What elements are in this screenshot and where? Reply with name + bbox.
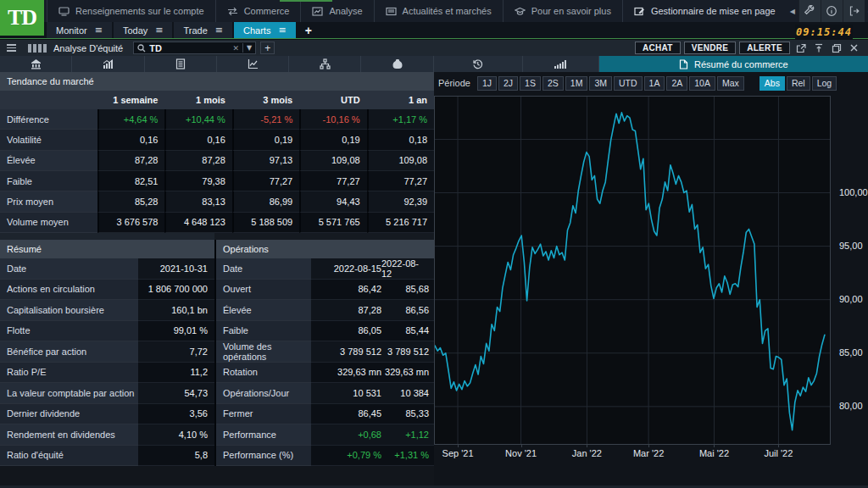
info-icon[interactable] xyxy=(821,0,843,22)
row-label: Date xyxy=(216,258,311,280)
dock-top-icon[interactable] xyxy=(811,42,826,54)
sell-button[interactable]: VENDRE xyxy=(684,42,736,54)
market-trend-table: Différence+4,64 %+10,44 %-5,21 %-10,16 %… xyxy=(0,109,434,233)
menu-item-learn[interactable]: Pour en savoir plus xyxy=(504,0,623,22)
scrollbar-thumb[interactable] xyxy=(0,233,214,240)
cell-value: 2022-08-12 xyxy=(381,258,434,280)
add-symbol-button[interactable]: + xyxy=(260,42,275,54)
restore-window-icon[interactable] xyxy=(829,42,843,54)
row-label: Bénéfice par action xyxy=(0,341,138,363)
table-row[interactable]: Prix moyen85,2883,1386,9994,4392,39 xyxy=(0,191,434,212)
logout-icon[interactable] xyxy=(843,0,865,22)
table-row[interactable]: Faible86,0585,44 xyxy=(216,321,434,342)
table-row[interactable]: Volatilité0,160,160,190,190,18 xyxy=(0,130,434,150)
price-chart[interactable] xyxy=(434,96,831,445)
tab-today[interactable]: Today≡ xyxy=(114,22,173,38)
period-button-1j[interactable]: 1J xyxy=(477,76,497,91)
table-row[interactable]: Fermer86,4585,33 xyxy=(216,404,434,425)
period-button-1s[interactable]: 1S xyxy=(520,76,541,91)
tab-menu-icon[interactable]: ≡ xyxy=(215,25,223,36)
layout-manager-button[interactable]: Gestionnaire de mise en page xyxy=(623,6,787,16)
market-trend-header: Tendance du marché xyxy=(0,72,434,91)
add-workspace-button[interactable]: + xyxy=(298,22,320,38)
table-row[interactable]: Bénéfice par action7,72 xyxy=(0,341,214,363)
period-toolbar: Période 1J2J1S2S1M3MUTD1A2A10AMax AbsRel… xyxy=(434,72,868,94)
tab-trade[interactable]: Trade≡ xyxy=(174,22,232,38)
scale-button-rel[interactable]: Rel xyxy=(787,76,810,91)
period-button-1a[interactable]: 1A xyxy=(644,76,665,91)
table-row[interactable]: Date2021-10-31 xyxy=(0,258,214,280)
menu-item-analyse[interactable]: Analyse xyxy=(301,0,374,22)
panel-menu-icon[interactable] xyxy=(7,44,16,52)
table-row[interactable]: Volume des opérations3 789 5123 789 512 xyxy=(216,341,434,363)
horizontal-scrollbar[interactable] xyxy=(0,233,434,240)
table-row[interactable]: Performance+0,68+1,12 xyxy=(216,424,434,446)
popout-icon[interactable] xyxy=(793,42,808,54)
tab-funds-icon[interactable] xyxy=(361,56,433,72)
table-row[interactable]: Performance (%)+0,79 %+1,31 % xyxy=(216,446,434,467)
table-row[interactable]: Élevée87,2886,56 xyxy=(216,300,434,321)
period-button-1m[interactable]: 1M xyxy=(565,76,588,91)
collapse-right-icon[interactable]: ◀ xyxy=(865,8,868,15)
table-row[interactable]: Capitalisation boursière160,1 bn xyxy=(0,300,214,321)
page-icon xyxy=(679,59,688,69)
cell-value: 82,51 xyxy=(97,171,164,191)
table-row[interactable]: Opérations/Jour10 53110 384 xyxy=(216,383,434,404)
table-row[interactable]: Rotation329,63 mn329,63 mn xyxy=(216,363,434,384)
period-button-10a[interactable]: 10A xyxy=(689,76,715,91)
table-row[interactable]: Ratio d'équité5,8 xyxy=(0,446,214,467)
row-label: Ratio P/E xyxy=(0,363,138,384)
table-row[interactable]: La valeur comptable par action54,73 xyxy=(0,383,214,404)
period-button-2a[interactable]: 2A xyxy=(666,76,687,91)
td-logo[interactable]: TD xyxy=(0,0,44,36)
tab-monitor[interactable]: Monitor≡ xyxy=(47,22,112,38)
tab-charts[interactable]: Charts≡ xyxy=(234,22,296,38)
table-row[interactable]: Élevée87,2887,2897,13109,08109,08 xyxy=(0,151,434,171)
period-button-2s[interactable]: 2S xyxy=(542,76,564,91)
cell-value: 86,42 xyxy=(311,280,381,301)
menu-item-news[interactable]: Actualités et marchés xyxy=(375,0,504,22)
tab-reports-icon[interactable] xyxy=(145,56,217,72)
table-row[interactable]: Ouvert86,4285,68 xyxy=(216,280,434,301)
alert-button[interactable]: ALERTE xyxy=(739,42,790,54)
symbol-search-input[interactable]: TD ✕ ▼ xyxy=(133,42,256,54)
table-row[interactable]: Volume moyen3 676 5784 648 1235 188 5095… xyxy=(0,213,434,233)
cell-value: 86,99 xyxy=(232,191,299,212)
period-button-2j[interactable]: 2J xyxy=(498,76,518,91)
column-header: 1 mois xyxy=(164,91,231,109)
scale-button-log[interactable]: Log xyxy=(812,76,837,91)
table-row[interactable]: Faible82,5179,3877,2777,2777,27 xyxy=(0,171,434,191)
operations-table: Date2022-08-152022-08-12Ouvert86,4285,68… xyxy=(216,258,434,466)
buy-button[interactable]: ACHAT xyxy=(635,42,681,54)
table-row[interactable]: Flotte99,01 % xyxy=(0,321,214,342)
collapse-left-icon[interactable]: ◀ xyxy=(787,8,798,15)
table-row[interactable]: Actions en circulation1 806 700 000 xyxy=(0,280,214,301)
tab-ranking-icon[interactable] xyxy=(523,56,599,72)
table-row[interactable]: Ratio P/E11,2 xyxy=(0,363,214,384)
clear-search-icon[interactable]: ✕ xyxy=(233,44,240,53)
wrench-icon[interactable] xyxy=(798,0,821,22)
cell-value: 7,72 xyxy=(138,341,214,363)
period-button-3m[interactable]: 3M xyxy=(589,76,612,91)
period-button-max[interactable]: Max xyxy=(717,76,744,91)
tab-chart-icon[interactable] xyxy=(217,56,289,72)
table-row[interactable]: Dernier dividende3,56 xyxy=(0,404,214,425)
tab-trade-summary[interactable]: Résumé du commerce xyxy=(599,56,868,72)
layout-columns-icon[interactable] xyxy=(28,44,47,53)
table-row[interactable]: Différence+4,64 %+10,44 %-5,21 %-10,16 %… xyxy=(0,109,434,130)
tab-history-icon[interactable] xyxy=(434,56,523,72)
period-button-utd[interactable]: UTD xyxy=(614,76,643,91)
tab-menu-icon[interactable]: ≡ xyxy=(155,25,163,36)
tab-menu-icon[interactable]: ≡ xyxy=(95,25,103,36)
tab-sectors-icon[interactable] xyxy=(72,56,144,72)
tab-menu-icon[interactable]: ≡ xyxy=(278,25,286,36)
tab-bank-icon[interactable] xyxy=(0,56,72,72)
table-row[interactable]: Rendement en dividendes4,10 % xyxy=(0,424,214,446)
menu-item-account[interactable]: Renseignements sur le compte xyxy=(47,0,216,22)
chevron-down-icon[interactable]: ▼ xyxy=(247,44,252,52)
table-row[interactable]: Date2022-08-152022-08-12 xyxy=(216,258,434,280)
tab-peers-icon[interactable] xyxy=(289,56,361,72)
menu-item-trade[interactable]: Commerce xyxy=(216,0,302,22)
close-icon[interactable] xyxy=(847,42,861,54)
scale-button-abs[interactable]: Abs xyxy=(760,76,785,91)
